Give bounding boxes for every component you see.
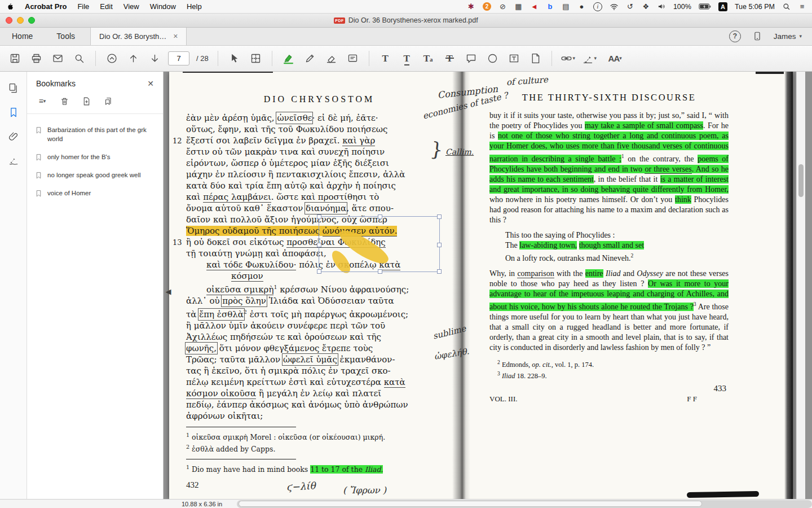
previous-page-arrow[interactable]: ◀ xyxy=(164,284,173,299)
bold-b-icon[interactable]: b xyxy=(546,2,554,11)
apple-logo-icon[interactable] xyxy=(6,2,14,11)
eraser-icon[interactable] xyxy=(323,50,339,67)
annotation-selection-box[interactable] xyxy=(319,216,440,272)
horizontal-scrollbar[interactable] xyxy=(237,500,812,508)
text-segment: ἐστι τοῖς μὴ παρέργως ἀκροωμένοις; xyxy=(247,309,408,319)
orange-2-badge-icon[interactable]: 2 xyxy=(483,2,491,11)
bookmark-label: only homer for the B's xyxy=(47,152,111,161)
delete-bookmark-icon[interactable] xyxy=(58,95,70,107)
fill-and-sign-icon[interactable]: ▾ xyxy=(581,50,598,67)
vertical-scrollbar-thumb[interactable] xyxy=(798,164,804,197)
menu-app-name[interactable]: Acrobat Pro xyxy=(25,2,67,11)
signatures-icon[interactable] xyxy=(6,154,21,168)
selection-handle[interactable] xyxy=(437,243,442,247)
menu-clock[interactable]: Tue 5:06 PM xyxy=(735,3,775,11)
toolbar-divider xyxy=(272,51,272,66)
bookmarks-panel-icon[interactable] xyxy=(6,105,21,120)
horizontal-scrollbar-thumb[interactable] xyxy=(239,501,702,507)
send-to-mobile-icon[interactable] xyxy=(752,32,762,41)
selection-tool-icon[interactable] xyxy=(226,50,242,67)
verse-quotation: This too the saying of Phocylides :The l… xyxy=(505,230,729,264)
menu-window[interactable]: Window xyxy=(150,2,176,11)
close-panel-icon[interactable]: ✕ xyxy=(147,79,154,88)
text-segment: ὠφελεῖ ὑμᾶς xyxy=(283,354,337,365)
tab-tools[interactable]: Tools xyxy=(45,27,87,45)
selection-handle[interactable] xyxy=(437,269,442,274)
new-bookmark-icon[interactable] xyxy=(80,95,92,107)
pencil-icon[interactable] xyxy=(302,50,318,67)
help-icon[interactable]: ? xyxy=(729,30,741,42)
tab-home[interactable]: Home xyxy=(0,27,45,45)
add-text-icon[interactable]: T xyxy=(377,50,394,67)
strikethrough-text-icon[interactable]: T xyxy=(442,50,458,67)
body-paragraph: Why, in comparison with the entire Iliad… xyxy=(489,269,729,353)
menu-edit[interactable]: Edit xyxy=(100,2,112,11)
previous-page-icon[interactable] xyxy=(125,50,142,67)
wifi-icon[interactable] xyxy=(610,2,619,11)
page-thumbnails-icon[interactable] xyxy=(6,81,21,95)
grid-app-icon[interactable]: ▦ xyxy=(514,2,523,11)
vertical-scrollbar[interactable] xyxy=(796,72,805,499)
document-view[interactable]: DIO CHRYSOSTOM ἐὰν μὲν ἀρέσῃ ὑμᾶς, ὠνεῖσ… xyxy=(164,72,812,499)
history-icon[interactable]: ↺ xyxy=(626,2,634,11)
text-segment: Τρῶας; ταῦτα μᾶλλον xyxy=(186,354,283,365)
save-icon[interactable] xyxy=(7,50,23,67)
document-tab[interactable]: Dio Or. 36 Borysth… × xyxy=(90,27,187,45)
bookmark-options-icon[interactable]: ≡▾ xyxy=(36,95,48,107)
selection-handle[interactable] xyxy=(317,214,321,219)
text-segment: entire xyxy=(585,269,603,278)
volume-icon[interactable] xyxy=(657,2,666,11)
text-segment: πέλῳ κειμένη κρείττων ἐστὶ καὶ εὐτυχεστέ… xyxy=(186,377,384,387)
spotlight-icon[interactable] xyxy=(782,2,791,11)
text-box-icon[interactable] xyxy=(506,50,522,67)
bookmark-item[interactable]: no longer speak good greek well xyxy=(32,166,158,184)
page-number-input[interactable] xyxy=(168,51,189,65)
highlighter-icon[interactable] xyxy=(280,50,297,67)
input-source-icon[interactable]: A xyxy=(718,2,727,11)
window-title: Dio Or. 36 Borysthenes-xerox marked.pdf xyxy=(348,16,478,24)
info-icon[interactable]: i xyxy=(593,2,602,11)
do-not-disturb-icon[interactable]: ⊘ xyxy=(498,2,507,11)
bookmark-item[interactable]: only homer for the B's xyxy=(32,148,158,166)
battery-icon[interactable] xyxy=(699,2,711,11)
menu-help[interactable]: Help xyxy=(187,2,202,11)
greek-text-line: κόσμον xyxy=(231,270,445,282)
link-icon[interactable]: ▾ xyxy=(560,50,576,67)
comment-icon[interactable] xyxy=(463,50,479,67)
attachments-icon[interactable] xyxy=(6,129,21,144)
selection-handle[interactable] xyxy=(378,269,382,274)
print-icon[interactable] xyxy=(28,50,45,67)
underline-text-icon[interactable]: T xyxy=(399,50,415,67)
bookmark-item[interactable]: Barbarization of this part of the grk wo… xyxy=(32,121,158,148)
attach-file-page-icon[interactable] xyxy=(527,50,544,67)
app-badge-icon[interactable]: ✱ xyxy=(467,2,475,11)
user-account-button[interactable]: James ▾ xyxy=(774,32,802,41)
diamond-icon[interactable]: ❖ xyxy=(642,2,650,11)
text-segment: τας ἢ ἐκεῖνο, ὅτι ἡ σμικρὰ πόλις ἐν τραχ… xyxy=(186,366,391,376)
main-toolbar: / 28 T T Ta T ▾ ▾ AA▾ xyxy=(0,45,812,72)
stacked-lines-icon[interactable]: ▤ xyxy=(562,2,570,11)
expand-bookmarks-icon[interactable] xyxy=(102,95,114,107)
close-tab-icon[interactable]: × xyxy=(173,32,178,41)
search-icon[interactable] xyxy=(71,50,87,67)
email-icon[interactable] xyxy=(50,50,66,67)
selection-handle[interactable] xyxy=(317,243,321,247)
font-size-icon[interactable]: AA▾ xyxy=(603,50,628,67)
selection-handle[interactable] xyxy=(378,214,382,219)
notification-center-icon[interactable]: ≡ xyxy=(798,2,806,11)
menu-file[interactable]: File xyxy=(77,2,89,11)
red-shape-icon[interactable]: ◀ xyxy=(530,2,539,11)
shapes-icon[interactable] xyxy=(484,50,501,67)
greek-text-line: κατὰ δύο καὶ τρία ἔπη αὐτῷ καὶ ἀρχὴν ἡ π… xyxy=(186,180,445,191)
text-segment: ἢ οὐ δοκεῖ σοι εἰκότως xyxy=(186,237,286,247)
dark-oval-icon[interactable]: ● xyxy=(577,2,586,11)
selection-handle[interactable] xyxy=(317,269,321,274)
next-page-icon[interactable] xyxy=(147,50,163,67)
selection-handle[interactable] xyxy=(437,214,442,219)
replace-text-icon[interactable]: Ta xyxy=(420,50,436,67)
bookmark-item[interactable]: voice of Homer xyxy=(32,184,158,202)
note-icon[interactable] xyxy=(345,50,361,67)
menu-view[interactable]: View xyxy=(123,2,139,11)
previous-view-icon[interactable] xyxy=(104,50,120,67)
snapshot-tool-icon[interactable] xyxy=(248,50,264,67)
